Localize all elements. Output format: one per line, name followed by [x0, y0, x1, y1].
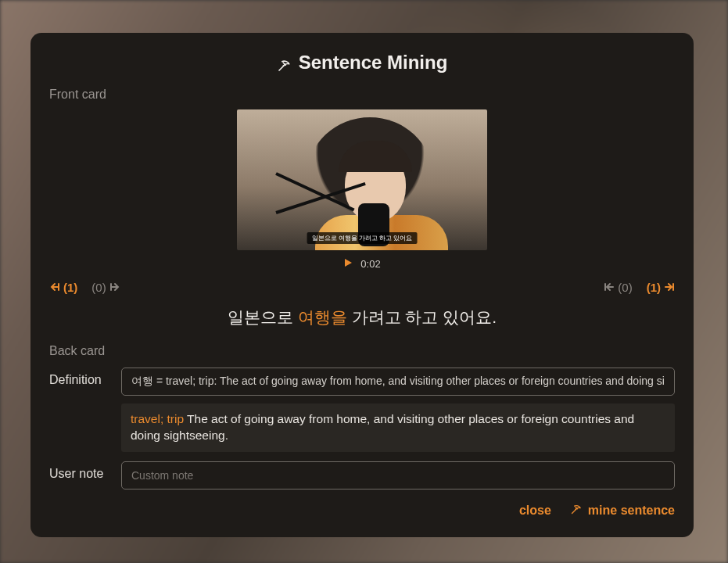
video-subtitle-overlay: 일본으로 여행을 가려고 하고 있어요	[307, 232, 418, 244]
arrow-left-bar-icon	[49, 281, 60, 294]
sentence-highlight: 여행을	[298, 308, 347, 326]
arrow-right-bar-icon	[109, 281, 120, 294]
definition-row: Definition travel; trip The act of going…	[49, 368, 675, 452]
sentence-nav-left: (1) (0)	[49, 281, 120, 294]
definition-body: The act of going away from home, and vis…	[131, 412, 634, 442]
playback-time: 0:02	[360, 258, 380, 270]
definition-headword: travel; trip	[131, 412, 184, 425]
sub-prev-button[interactable]: (1)	[49, 281, 77, 294]
video-thumbnail[interactable]: 일본으로 여행을 가려고 하고 있어요	[237, 109, 487, 250]
mine-sentence-button[interactable]: mine sentence	[570, 504, 675, 518]
sentence-nav-right: (0) (1)	[604, 281, 675, 294]
usernote-input[interactable]	[121, 461, 675, 489]
front-card-label: Front card	[49, 88, 675, 102]
sub-next-count: (0)	[91, 281, 106, 294]
sentence-pre: 일본으로	[228, 308, 298, 326]
close-button[interactable]: close	[519, 504, 551, 518]
sentence-nav-row: (1) (0) (0) (1)	[49, 281, 675, 294]
play-icon[interactable]	[343, 258, 353, 270]
pickaxe-icon	[277, 56, 291, 70]
sub-next-button[interactable]: (0)	[91, 281, 120, 294]
usernote-row: User note	[49, 461, 675, 489]
seg-next-count: (1)	[647, 281, 661, 294]
sentence-mining-modal: Sentence Mining Front card 일본으로 여행을 가려고 …	[30, 33, 694, 537]
seg-next-button[interactable]: (1)	[647, 281, 675, 294]
modal-title: Sentence Mining	[49, 52, 675, 74]
seg-prev-button[interactable]: (0)	[604, 281, 632, 294]
sub-prev-count: (1)	[63, 281, 77, 294]
mine-button-label: mine sentence	[588, 504, 675, 518]
definition-input[interactable]	[121, 368, 675, 396]
definition-display: travel; trip The act of going away from …	[121, 403, 675, 452]
modal-actions: close mine sentence	[49, 504, 675, 518]
seg-prev-count: (0)	[618, 281, 632, 294]
playback-bar: 0:02	[49, 258, 675, 270]
close-button-label: close	[519, 504, 551, 518]
target-sentence: 일본으로 여행을 가려고 하고 있어요.	[49, 307, 675, 328]
bar-arrow-left-icon	[604, 281, 615, 294]
video-area: 일본으로 여행을 가려고 하고 있어요 0:02	[49, 109, 675, 270]
definition-label: Definition	[49, 368, 110, 387]
pickaxe-icon	[570, 504, 582, 518]
modal-title-text: Sentence Mining	[299, 52, 448, 74]
sentence-post: 가려고 하고 있어요.	[347, 308, 497, 326]
usernote-label: User note	[49, 461, 110, 481]
back-card-label: Back card	[49, 344, 675, 358]
bar-arrow-right-icon	[664, 281, 675, 294]
